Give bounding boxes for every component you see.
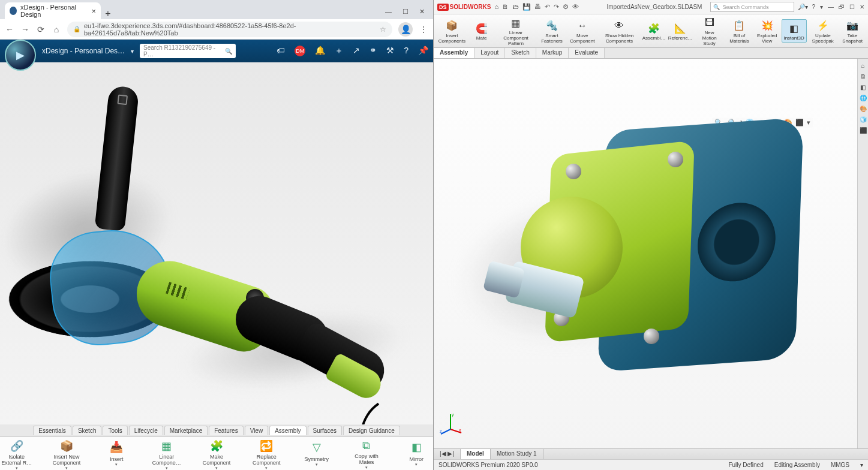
sw-search-input[interactable]: 🔍 Search Commands <box>710 2 794 12</box>
chrome-menu-icon[interactable]: ⋮ <box>419 25 428 34</box>
close-tab-icon[interactable]: × <box>91 7 96 16</box>
nav-back-icon[interactable]: ← <box>5 25 14 34</box>
url-input[interactable]: 🔒 eu1-ifwe.3dexperience.3ds.com/#dashboa… <box>67 22 392 37</box>
orientation-triad[interactable]: yxz <box>438 411 462 435</box>
winctl-1[interactable]: ▾ <box>820 4 823 10</box>
network-icon[interactable]: ⚭ <box>370 46 377 56</box>
cmd-linear-compone-[interactable]: ▦Linear Compone…▾ <box>150 439 183 468</box>
dm-badge[interactable]: DM <box>295 46 305 56</box>
new-tab-button[interactable]: + <box>101 8 115 19</box>
qat-btn-3[interactable]: 💾 <box>522 3 531 11</box>
sw-viewport[interactable]: 🔍🔎⤢🧊◐▦⬚🎨⬛▾ yxz ⌂🗎◧🌐🎨🧊⬛ <box>434 59 868 448</box>
xd-tab-features[interactable]: Features <box>209 426 243 435</box>
nav-reload-icon[interactable]: ⟳ <box>36 25 46 34</box>
sw-tab-sketch[interactable]: Sketch <box>505 48 536 58</box>
ribbon-assembl-[interactable]: 🧩Assembl… <box>641 19 666 43</box>
viewbar-btn-8[interactable]: ⬛ <box>795 119 804 126</box>
xd-tab-tools[interactable]: Tools <box>103 426 127 435</box>
taskpane-btn-5[interactable]: 🧊 <box>859 115 867 123</box>
taskpane-btn-2[interactable]: ◧ <box>859 83 867 91</box>
winctl-0[interactable]: ? <box>812 4 815 10</box>
taskpane-btn-4[interactable]: 🎨 <box>859 104 867 113</box>
xd-tab-design-guidance[interactable]: Design Guidance <box>343 426 400 435</box>
status-extra-icon[interactable]: ▾ <box>860 462 863 468</box>
pin-icon[interactable]: 📌 <box>418 46 428 56</box>
taskpane-btn-3[interactable]: 🌐 <box>859 94 867 102</box>
qat-btn-4[interactable]: 🖶 <box>534 3 541 11</box>
xd-tab-essentials[interactable]: Essentials <box>33 426 71 435</box>
qat-btn-8[interactable]: 👁 <box>572 3 579 11</box>
sw-tab-layout[interactable]: Layout <box>474 48 505 58</box>
window-max-icon[interactable]: ☐ <box>403 8 409 16</box>
title-dropdown-icon[interactable]: ▾ <box>131 48 134 55</box>
taskpane-btn-1[interactable]: 🗎 <box>859 72 867 80</box>
sw-tab-evaluate[interactable]: Evaluate <box>569 48 605 58</box>
taskpane-btn-6[interactable]: ⬛ <box>859 126 867 134</box>
nav-forward-icon[interactable]: → <box>20 25 30 34</box>
xd-tab-surfaces[interactable]: Surfaces <box>308 426 342 435</box>
sw-tab-assembly[interactable]: Assembly <box>434 48 474 58</box>
cmd-copy-with-mates[interactable]: ⧉Copy with Mates▾ <box>350 439 383 468</box>
bookmark-star-icon[interactable]: ☆ <box>380 25 386 34</box>
compass-icon[interactable]: ▶ <box>5 40 36 71</box>
winctl-5[interactable]: ✕ <box>860 4 864 10</box>
window-min-icon[interactable]: — <box>385 8 392 16</box>
xdesign-search-input[interactable]: Search R1132190275649 - P… 🔍 <box>140 44 236 58</box>
share-icon[interactable]: ↗ <box>353 46 360 56</box>
sw-btab--[interactable]: |◀ ▶| <box>434 449 461 459</box>
ribbon-insert-components[interactable]: 📦Insert Components <box>436 17 468 46</box>
status-units[interactable]: MMGS <box>831 462 849 468</box>
xdesign-viewport[interactable] <box>0 62 433 424</box>
tag-icon[interactable]: 🏷 <box>277 46 285 56</box>
ribbon-linear-component-pattern[interactable]: ▦Linear Component Pattern <box>495 14 536 48</box>
cmd-isolate-external-r-[interactable]: 🔗Isolate External R…▾ <box>0 439 33 468</box>
sw-tab-markup[interactable]: Markup <box>536 48 569 58</box>
winctl-4[interactable]: ☐ <box>849 4 855 10</box>
ribbon-move-component[interactable]: ↔Move Component <box>567 17 597 46</box>
sw-btab-model[interactable]: Model <box>461 449 491 459</box>
qat-btn-1[interactable]: 🗎 <box>502 3 509 11</box>
sw-btab-motion-study-[interactable]: Motion Study 1 <box>491 449 543 459</box>
ribbon-smart-fasteners[interactable]: 🔩Smart Fasteners <box>537 17 566 46</box>
cmd-insert-new-component[interactable]: 📦Insert New Component▾ <box>50 439 83 468</box>
winctl-2[interactable]: — <box>828 4 834 10</box>
cmd-make-component[interactable]: 🧩Make Component▾ <box>200 439 233 468</box>
ribbon-take-snapshot[interactable]: 📷Take Snapshot <box>839 17 866 46</box>
search-dropdown-icon[interactable]: 🔎▾ <box>798 4 808 10</box>
ribbon-update-speedpak[interactable]: ⚡Update Speedpak <box>808 17 839 46</box>
ribbon-referenc-[interactable]: 📐Referenc… <box>668 19 693 43</box>
ribbon-exploded-view[interactable]: 💥Exploded View <box>754 17 780 46</box>
cmd-replace-component[interactable]: 🔁Replace Component▾ <box>250 439 283 468</box>
xd-tab-lifecycle[interactable]: Lifecycle <box>129 426 163 435</box>
cmd-mirror[interactable]: ◧Mirror▾ <box>400 439 433 468</box>
tune-icon[interactable]: ⚒ <box>386 46 394 56</box>
cmd-insert[interactable]: 📥Insert▾ <box>100 439 133 468</box>
qat-btn-5[interactable]: ↶ <box>545 3 550 11</box>
viewbar-btn-9[interactable]: ▾ <box>807 119 810 126</box>
cmd-symmetry[interactable]: ▽Symmetry▾ <box>300 439 333 468</box>
qat-btn-7[interactable]: ⚙ <box>563 3 569 11</box>
window-close-icon[interactable]: ✕ <box>419 8 425 16</box>
xd-tab-view[interactable]: View <box>245 426 269 435</box>
ribbon-show-hidden-components[interactable]: 👁Show Hidden Components <box>599 17 640 46</box>
ribbon-instant-d[interactable]: ◧Instant3D <box>782 19 807 43</box>
xd-tab-sketch[interactable]: Sketch <box>73 426 102 435</box>
taskpane-btn-0[interactable]: ⌂ <box>859 61 867 70</box>
ribbon-icon: 💥 <box>760 19 774 33</box>
bell-icon[interactable]: 🔔 <box>315 46 325 56</box>
qat-btn-6[interactable]: ↷ <box>554 3 559 11</box>
qat-btn-0[interactable]: ⌂ <box>494 3 498 11</box>
ribbon-mate[interactable]: 🧲Mate <box>469 19 494 43</box>
plus-icon[interactable]: ＋ <box>335 46 343 56</box>
xd-tab-marketplace[interactable]: Marketplace <box>164 426 208 435</box>
xd-tab-assembly[interactable]: Assembly <box>269 426 306 435</box>
qat-btn-2[interactable]: 🗁 <box>512 3 519 11</box>
help-icon[interactable]: ? <box>404 46 409 56</box>
browser-tab[interactable]: xDesign - Personal Design × <box>5 2 101 19</box>
profile-avatar[interactable]: 👤 <box>398 22 413 37</box>
nav-home-icon[interactable]: ⌂ <box>52 25 61 34</box>
ribbon-new-motion-study[interactable]: 🎞New Motion Study <box>694 14 725 48</box>
ribbon-bill-of-materials[interactable]: 📋Bill of Materials <box>726 17 753 46</box>
winctl-3[interactable]: 🗗 <box>839 4 845 10</box>
search-icon[interactable]: 🔍 <box>225 48 232 55</box>
